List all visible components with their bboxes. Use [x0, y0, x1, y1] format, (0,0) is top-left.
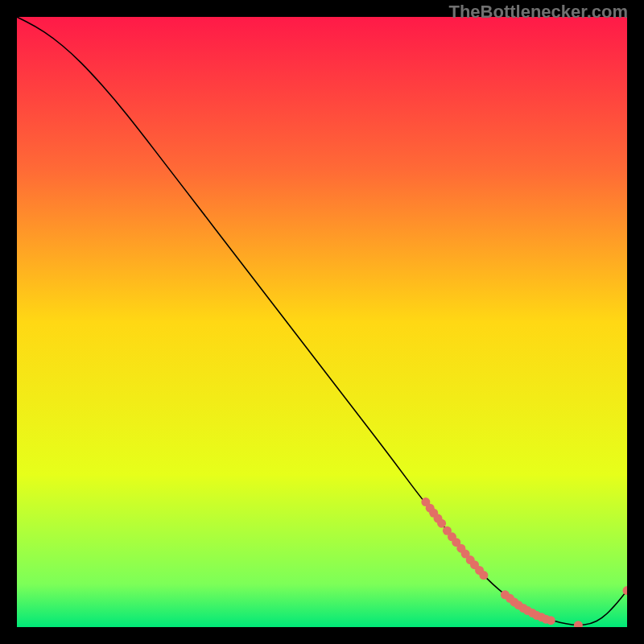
chart-svg	[17, 17, 627, 627]
chart-background	[17, 17, 627, 627]
chart-plot-area	[17, 17, 627, 627]
watermark: TheBottlenecker.com	[448, 2, 628, 23]
highlight-point	[479, 571, 488, 580]
highlight-point	[437, 519, 446, 528]
highlight-point	[547, 616, 555, 625]
